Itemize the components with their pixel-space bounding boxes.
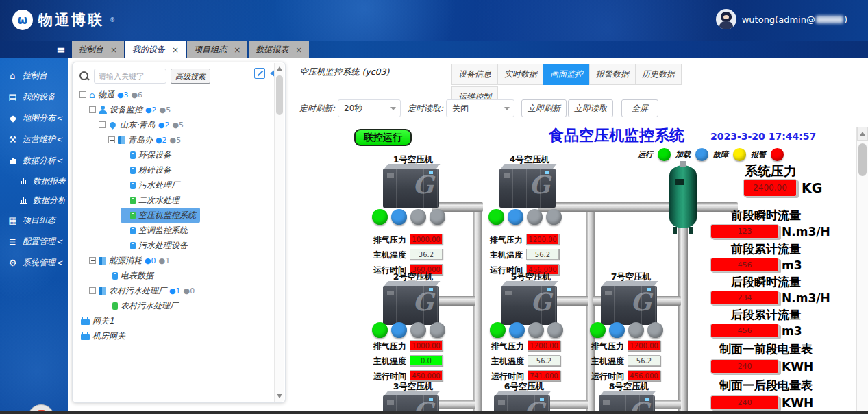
tree-node-device[interactable]: 电表数据 xyxy=(78,268,158,283)
device-icon xyxy=(130,242,136,249)
read-mode-select[interactable]: 关闭 xyxy=(446,99,514,117)
user-menu[interactable]: wutong(admin@ ) xyxy=(716,9,847,29)
rear-meter-value: 240 xyxy=(710,395,779,410)
tree-node-device[interactable]: 二次水处理 xyxy=(78,193,184,208)
device-icon xyxy=(130,167,136,174)
tree-node-device[interactable]: 污水处理设备 xyxy=(78,238,192,253)
menu-collapse-icon[interactable]: ≡ xyxy=(56,43,65,56)
offline-count: ●0 xyxy=(184,287,195,295)
tree-node-device[interactable]: 粉碎设备 xyxy=(78,162,175,178)
building-icon xyxy=(99,287,106,295)
sidebar-item-my-devices[interactable]: ▤ 我的设备 xyxy=(0,86,68,108)
collapse-icon[interactable] xyxy=(79,91,86,98)
tab-device-info[interactable]: 设备信息 xyxy=(451,64,498,85)
close-icon[interactable]: × xyxy=(295,45,302,55)
scroll-up-icon[interactable] xyxy=(277,66,282,71)
fullscreen-button[interactable]: 全屏 xyxy=(621,99,658,117)
tree-node-gateway[interactable]: 网关1 xyxy=(78,313,119,328)
sidebar-item-config-management[interactable]: ≣ 配置管理 < xyxy=(0,231,68,252)
collapse-icon[interactable] xyxy=(108,136,115,143)
tree-node-gateway[interactable]: 机房网关 xyxy=(78,328,129,343)
user-avatar xyxy=(716,9,736,29)
tree-node-root[interactable]: ⌂ 物通 ●3 ●6 xyxy=(78,87,147,102)
sidebar-item-system-management[interactable]: ⚙ 系统管理 < xyxy=(0,252,68,273)
compressor-image: G xyxy=(501,281,557,325)
sidebar-subitem-data-report[interactable]: 数据报表 xyxy=(0,171,68,191)
tab-data-report[interactable]: 数据报表 × xyxy=(249,41,309,58)
tree-node-group[interactable]: 能源消耗 ●0 ●1 xyxy=(78,253,174,268)
tab-console[interactable]: 控制台 × xyxy=(72,41,124,58)
front-inst-flow-label: 前段瞬时流量 xyxy=(701,208,831,223)
rear-total-flow-unit: m3 xyxy=(782,324,802,338)
search-icon xyxy=(79,71,90,82)
close-icon[interactable]: × xyxy=(234,45,240,55)
run-light xyxy=(488,209,504,225)
tab-screen-monitor[interactable]: 画面监控 xyxy=(543,64,590,85)
advanced-search-button[interactable]: 高级搜索 xyxy=(171,69,210,84)
sidebar-item-console[interactable]: ⌂ 控制台 xyxy=(0,65,68,86)
sidebar-item-maintenance[interactable]: ⚒ 运营维护 < xyxy=(0,129,68,150)
legend-load-icon xyxy=(695,148,708,161)
tree-node-device[interactable]: 农村污水处理厂 xyxy=(78,298,182,313)
fault-light xyxy=(528,322,544,338)
tree-node-group[interactable]: 设备监控 ●2 ●5 xyxy=(78,102,175,117)
status-lights xyxy=(372,209,445,225)
fault-light xyxy=(527,209,543,225)
scrollbar-thumb[interactable] xyxy=(276,75,283,115)
tree-node-device[interactable]: 污水处理厂 xyxy=(78,178,184,193)
front-total-flow-value: 456 xyxy=(710,258,779,272)
temp-value: 56.2 xyxy=(528,355,560,366)
refresh-now-button[interactable]: 立即刷新 xyxy=(521,99,567,117)
scada-title: 食品空压机监控系统 xyxy=(531,127,702,146)
close-icon[interactable]: × xyxy=(172,45,179,55)
search-input[interactable] xyxy=(94,69,166,84)
chevron-icon: < xyxy=(56,135,62,144)
tree-node-device[interactable]: 环保设备 xyxy=(78,147,175,162)
status-legend: 运行 加载 故障 报警 xyxy=(638,148,784,161)
tree-node-device[interactable]: 空调监控系统 xyxy=(78,223,192,238)
tree-scrollbar[interactable] xyxy=(274,63,284,402)
alarm-light xyxy=(547,322,563,338)
load-light xyxy=(391,209,407,225)
content-scrollbar[interactable] xyxy=(856,127,868,414)
pipe xyxy=(678,227,688,414)
tab-history-data[interactable]: 历史数据 xyxy=(635,64,682,85)
scroll-up-icon[interactable] xyxy=(857,127,868,141)
tab-label: 我的设备 xyxy=(132,44,165,56)
front-total-flow-label: 前段累计流量 xyxy=(701,241,831,257)
refresh-interval-select[interactable]: 20秒 xyxy=(338,99,401,117)
close-icon[interactable]: × xyxy=(110,45,117,55)
device-icon xyxy=(130,227,136,234)
sidebar-item-data-analysis[interactable]: 数据分析 < xyxy=(0,150,68,171)
scrollbar-thumb[interactable] xyxy=(858,143,867,176)
rear-meter-label: 制面一后段电量表 xyxy=(701,378,831,393)
building-icon xyxy=(99,257,106,265)
tree-node-office[interactable]: 青岛办 ●2 ●5 xyxy=(78,132,185,147)
collapse-icon[interactable] xyxy=(89,106,96,113)
tools-icon: ⚒ xyxy=(8,134,18,145)
tab-my-devices[interactable]: 我的设备 × xyxy=(125,41,186,58)
tree-node-group[interactable]: 农村污水处理厂 ●1 ●0 xyxy=(78,283,199,298)
scroll-down-icon[interactable] xyxy=(277,394,282,398)
tree-node-region[interactable]: 山东·青岛 ●2 ●5 xyxy=(78,117,188,132)
sidebar-item-project-config[interactable]: ▦ 项目组态 xyxy=(0,210,68,231)
collapse-icon[interactable] xyxy=(99,121,106,128)
brand: ω 物通博联 ® xyxy=(12,10,115,30)
device-icon xyxy=(130,151,136,159)
user-name-prefix: wutong(admin@ xyxy=(742,14,815,25)
sidebar-item-label: 项目组态 xyxy=(23,215,55,226)
tab-alarm-data[interactable]: 报警数据 xyxy=(589,64,636,85)
tab-realtime-data[interactable]: 实时数据 xyxy=(497,64,544,85)
read-now-button[interactable]: 立即读取 xyxy=(568,99,613,117)
tree-node-device-selected[interactable]: 空压机监控系统 xyxy=(121,208,200,223)
tree-node-label: 机房网关 xyxy=(92,330,125,342)
tab-project-config[interactable]: 项目组态 × xyxy=(187,41,247,58)
collapse-icon[interactable] xyxy=(89,257,96,264)
offline-count: ●5 xyxy=(170,136,182,145)
person-icon xyxy=(99,106,107,114)
linked-run-button[interactable]: 联控运行 xyxy=(354,129,412,146)
collapse-icon[interactable] xyxy=(89,287,96,294)
edit-icon[interactable] xyxy=(254,68,265,79)
sidebar-subitem-data-analysis[interactable]: 数据分析 xyxy=(0,191,68,210)
sidebar-item-map[interactable]: 地图分布 < xyxy=(0,108,68,129)
